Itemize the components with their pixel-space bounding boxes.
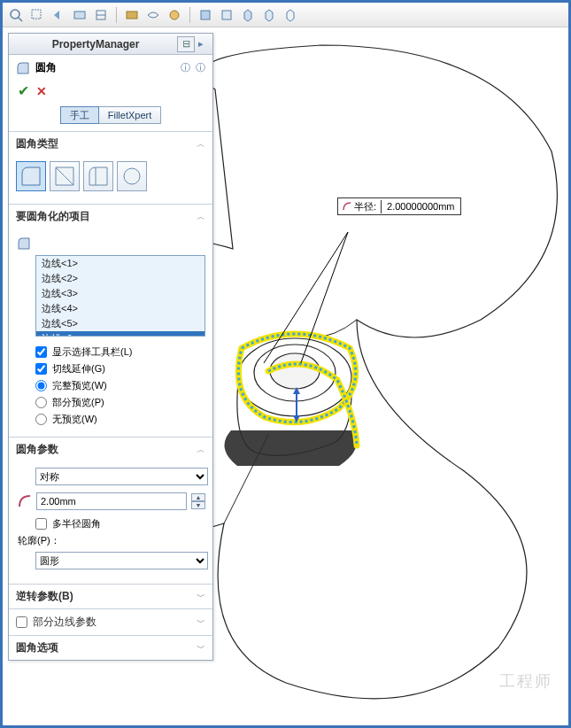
prev-view-icon[interactable] (50, 7, 66, 23)
box1-icon[interactable] (240, 7, 256, 23)
callout-label: 半径: (338, 200, 382, 213)
zoom-fit-icon[interactable] (8, 7, 24, 23)
constant-fillet-button[interactable] (16, 161, 46, 191)
partial-edge-checkbox-row[interactable]: 部分边线参数﹀ (9, 609, 212, 635)
list-item[interactable]: 边线<2> (36, 271, 204, 286)
face-fillet-button[interactable] (83, 161, 113, 191)
svg-point-7 (170, 11, 179, 19)
variable-fillet-button[interactable] (50, 161, 80, 191)
fillet-type-header[interactable]: 圆角类型︿ (9, 132, 212, 156)
hide-show-icon[interactable] (145, 7, 161, 23)
radius-callout[interactable]: 半径: 2.00000000mm (337, 197, 461, 215)
no-preview-radio[interactable]: 无预览(W) (16, 411, 205, 428)
radius-icon (18, 494, 32, 508)
spin-down-icon: ▼ (191, 501, 205, 509)
svg-rect-17 (124, 168, 140, 184)
svg-rect-8 (201, 11, 210, 19)
list-item[interactable]: 边线<5> (36, 316, 204, 331)
list-item[interactable]: 边线<6> (36, 331, 204, 337)
property-manager-panel: PropertyManager ⊟ ▸ 圆角 ⓘ ⓘ ✔ ✕ 手工 Fillet… (8, 33, 213, 661)
chevron-up-icon: ︿ (197, 444, 205, 456)
chevron-down-icon: ﹀ (197, 642, 205, 654)
list-item[interactable]: 边线<3> (36, 286, 204, 301)
edit-appear-icon[interactable] (166, 7, 182, 23)
edge-selection-list[interactable]: 边线<1> 边线<2> 边线<3> 边线<4> 边线<5> 边线<6> (35, 255, 205, 337)
expand-icon[interactable]: ▸ (195, 38, 207, 50)
show-toolbar-checkbox[interactable]: 显示选择工具栏(L) (16, 344, 205, 360)
cancel-button[interactable]: ✕ (36, 84, 47, 98)
list-item[interactable]: 边线<1> (36, 256, 204, 271)
feature-name: 圆角 (35, 60, 57, 75)
display-style-icon[interactable] (124, 7, 140, 23)
view-settings-icon[interactable] (219, 7, 235, 23)
callout-value[interactable]: 2.00000000mm (382, 201, 459, 212)
radius-icon (343, 202, 351, 211)
reverse-params-header[interactable]: 逆转参数(B)﹀ (9, 585, 212, 608)
multi-radius-checkbox[interactable]: 多半径圆角 (16, 515, 205, 532)
box2-icon[interactable] (261, 7, 277, 23)
edge-select-icon (16, 236, 32, 252)
symmetry-select[interactable]: 对称 (35, 468, 208, 485)
manual-mode-button[interactable]: 手工 (60, 106, 99, 124)
profile-select[interactable]: 圆形 (35, 552, 208, 569)
pm-title: PropertyManager (14, 38, 177, 50)
pin-icon[interactable]: ⊟ (177, 36, 195, 52)
section-icon[interactable] (72, 7, 88, 23)
chevron-up-icon: ︿ (197, 211, 205, 223)
full-preview-radio[interactable]: 完整预览(W) (16, 377, 205, 394)
box3-icon[interactable] (282, 7, 298, 23)
svg-point-0 (11, 10, 19, 19)
svg-line-1 (19, 18, 22, 21)
fillet-options-header[interactable]: 圆角选项﹀ (9, 636, 212, 660)
chevron-up-icon: ︿ (197, 138, 205, 151)
chevron-down-icon: ﹀ (197, 591, 205, 603)
chevron-down-icon: ﹀ (197, 616, 205, 629)
svg-rect-3 (74, 12, 85, 19)
radius-input[interactable] (36, 492, 187, 510)
partial-preview-radio[interactable]: 部分预览(P) (16, 394, 205, 411)
svg-rect-9 (222, 11, 231, 19)
view-orient-icon[interactable] (93, 7, 109, 23)
full-round-button[interactable] (117, 161, 147, 191)
params-header[interactable]: 圆角参数︿ (9, 438, 212, 461)
filletxpert-mode-button[interactable]: FilletXpert (99, 106, 162, 124)
tangent-prop-checkbox[interactable]: 切线延伸(G) (16, 360, 205, 377)
help2-icon[interactable]: ⓘ (196, 61, 205, 74)
ok-button[interactable]: ✔ (18, 82, 29, 99)
fillet-icon (16, 61, 30, 75)
profile-label: 轮廓(P)： (16, 532, 205, 549)
svg-rect-6 (127, 12, 137, 19)
apply-scene-icon[interactable] (197, 7, 213, 23)
list-item[interactable]: 边线<4> (36, 301, 204, 316)
items-header[interactable]: 要圆角化的项目︿ (9, 205, 212, 228)
pm-header: PropertyManager ⊟ ▸ (9, 34, 212, 55)
zoom-area-icon[interactable] (29, 7, 45, 23)
help-icon[interactable]: ⓘ (181, 61, 190, 74)
svg-rect-2 (32, 10, 41, 19)
radius-spinner[interactable]: ▲▼ (191, 493, 205, 509)
spin-up-icon: ▲ (191, 493, 205, 501)
top-toolbar (3, 3, 568, 27)
svg-point-12 (270, 353, 320, 389)
